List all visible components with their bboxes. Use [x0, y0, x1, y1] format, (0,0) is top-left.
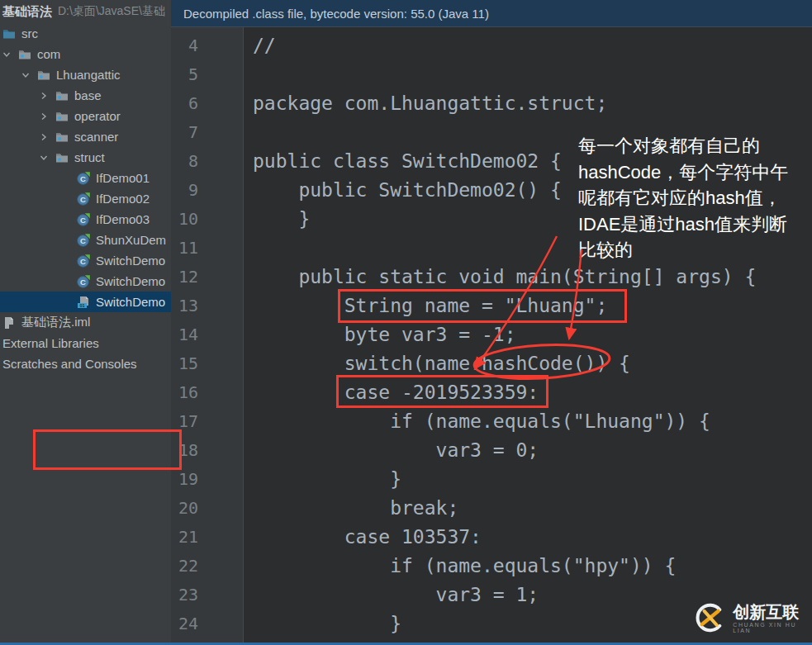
note-line: 每一个对象都有自己的 [578, 133, 808, 159]
tree-item-src[interactable]: src [0, 23, 171, 44]
tree-item-label: Lhuangattic [56, 68, 121, 82]
tree-item-com[interactable]: com [0, 44, 171, 64]
line-number: 12 [171, 263, 244, 292]
line-text: if (name.equals("Lhuang")) { [244, 407, 710, 436]
java-class-icon: C [77, 234, 90, 247]
code-editor[interactable]: 4// 5 6package com.Lhuangattic.struct; 7… [171, 27, 812, 645]
tree-item-scanner[interactable]: scanner [0, 126, 171, 147]
java-class-icon: C [77, 192, 90, 206]
package-icon [55, 151, 69, 164]
code-line: 16 case -2019523359: [171, 378, 812, 407]
line-text: case -2019523359: [244, 378, 539, 407]
tree-item-iml[interactable]: 基础语法.iml [0, 312, 171, 333]
java-class-icon: C [77, 213, 90, 226]
line-text: // [244, 31, 276, 60]
tree-item-operator[interactable]: operator [0, 106, 171, 126]
tree-item-label: src [21, 26, 38, 40]
code-line: 6package com.Lhuangattic.struct; [171, 89, 812, 118]
tree-item-ifdemo02[interactable]: C IfDemo02 [0, 188, 171, 209]
svg-text:C: C [80, 277, 86, 287]
project-name: 基础语法 [2, 4, 52, 20]
tree-item-label: scanner [74, 130, 118, 144]
code-line: 19 } [171, 465, 812, 494]
line-text: public class SwitchDemo02 { [244, 147, 562, 176]
note-line: hashCode，每个字符中午 [578, 159, 808, 186]
tree-item-base[interactable]: base [0, 85, 171, 106]
line-text: var3 = 1; [244, 581, 539, 609]
code-line: 20 break; [171, 494, 812, 523]
tree-item-shunxudemo[interactable]: C ShunXuDem [0, 230, 171, 250]
watermark-subtitle: CHUANG XIN HU LIAN [733, 622, 812, 633]
line-number: 11 [171, 234, 244, 263]
chevron-right-icon[interactable] [38, 131, 50, 143]
tree-item-label: operator [74, 109, 121, 123]
java-class-icon: C [77, 254, 90, 268]
line-number: 9 [171, 176, 244, 205]
line-number: 16 [171, 378, 244, 407]
chevron-down-icon[interactable] [38, 152, 50, 164]
line-number: 13 [171, 292, 244, 320]
chevron-right-icon[interactable] [38, 111, 50, 122]
tree-item-ifdemo03[interactable]: C IfDemo03 [0, 209, 171, 230]
tree-item-label: 基础语法.iml [21, 315, 90, 330]
ide-window: 基础语法 D:\桌面\JavaSE\基础 src com Lhuangattic… [0, 0, 812, 645]
tree-item-label: IfDemo02 [96, 192, 150, 206]
package-icon [55, 89, 69, 102]
chevron-down-icon[interactable] [1, 49, 12, 60]
code-line: 13 String name = "Lhuang"; [171, 292, 812, 320]
line-number: 8 [171, 147, 244, 176]
line-number: 21 [171, 523, 244, 552]
tree-item-ifdemo01[interactable]: C IfDemo01 [0, 168, 171, 188]
code-line: 17 if (name.equals("Lhuang")) { [171, 407, 812, 436]
tree-item-switchdemo2[interactable]: C SwitchDemo [0, 271, 171, 292]
line-number: 17 [171, 407, 244, 436]
line-text: } [244, 465, 401, 494]
code-line: 14 byte var3 = -1; [171, 320, 812, 349]
code-line: 22 if (name.equals("hpy")) { [171, 552, 812, 581]
tree-item-switchdemo-selected[interactable]: 01 SwitchDemo [0, 292, 171, 312]
line-number: 10 [171, 205, 244, 234]
line-text [244, 118, 253, 147]
tree-item-label: SwitchDemo [96, 254, 165, 268]
tree-item-external-libraries[interactable]: External Libraries [0, 333, 171, 353]
line-text: public static void main(String[] args) { [244, 263, 756, 292]
line-text: break; [244, 494, 458, 523]
line-text: package com.Lhuangattic.struct; [244, 89, 607, 118]
tree-item-label: struct [74, 150, 105, 164]
svg-text:C: C [80, 195, 86, 204]
tree-item-switchdemo1[interactable]: C SwitchDemo [0, 250, 171, 271]
cx-logo-icon [694, 600, 726, 635]
decompiled-banner: Decompiled .class file, bytecode version… [171, 0, 812, 27]
svg-text:01: 01 [79, 302, 84, 307]
package-icon [37, 69, 50, 82]
watermark-logo: 创新互联 CHUANG XIN HU LIAN [694, 600, 812, 635]
tree-item-label: IfDemo01 [96, 171, 150, 185]
svg-text:C: C [80, 216, 86, 225]
svg-text:C: C [80, 236, 86, 245]
tree-item-label: com [37, 47, 60, 61]
package-icon [55, 110, 69, 123]
iml-file-icon [2, 316, 16, 330]
line-text: switch(name.hashCode()) { [244, 349, 630, 378]
line-text [244, 234, 253, 263]
line-number: 18 [171, 436, 244, 465]
decompiled-banner-text: Decompiled .class file, bytecode version… [183, 7, 489, 21]
tree-item-label: IfDemo03 [96, 212, 150, 226]
svg-text:C: C [80, 174, 86, 183]
line-text: } [244, 205, 310, 234]
line-number: 14 [171, 320, 244, 349]
line-text: } [244, 609, 401, 638]
tree-item-scratches[interactable]: Scratches and Consoles [0, 353, 171, 374]
note-line: IDAE是通过hash值来判断 [578, 211, 808, 238]
chevron-right-icon[interactable] [38, 90, 50, 102]
line-text: var3 = 0; [244, 436, 539, 465]
project-root[interactable]: 基础语法 D:\桌面\JavaSE\基础 [0, 0, 171, 23]
code-line: 21 case 103537: [171, 523, 812, 552]
tree-item-struct[interactable]: struct [0, 147, 171, 168]
line-text: if (name.equals("hpy")) { [244, 552, 676, 581]
watermark-texts: 创新互联 CHUANG XIN HU LIAN [733, 603, 812, 633]
chevron-down-icon[interactable] [20, 69, 31, 81]
hashcode-note: 每一个对象都有自己的 hashCode，每个字符中午 呢都有它对应的hash值，… [578, 133, 808, 263]
line-number: 23 [171, 581, 244, 609]
tree-item-lhuangattic[interactable]: Lhuangattic [0, 64, 171, 85]
